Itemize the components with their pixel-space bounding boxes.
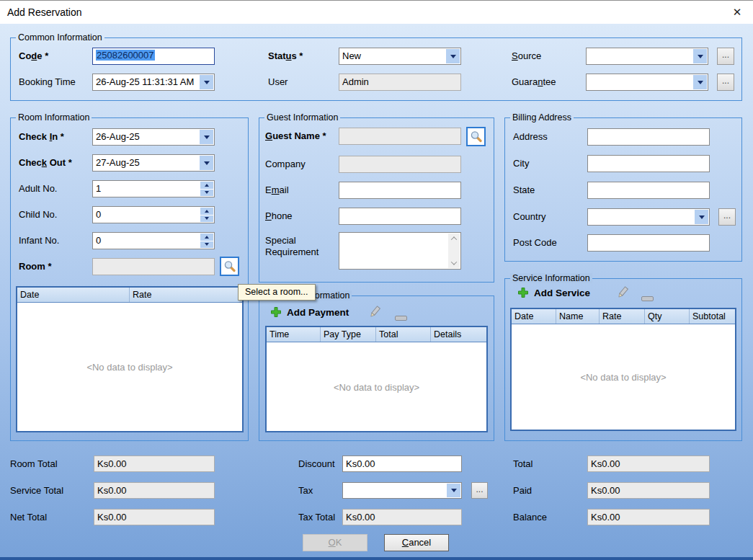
service-grid-body: <No data to display>	[512, 324, 735, 430]
billing-address-legend: Billing Address	[510, 112, 574, 123]
pencil-icon	[366, 306, 383, 319]
column-header-details[interactable]: Details	[431, 327, 486, 342]
select-a-room-tooltip: Select a room...	[238, 284, 316, 301]
infant-spin-down-button[interactable]	[200, 241, 213, 249]
column-header-total[interactable]: Total	[376, 327, 431, 342]
cancel-button[interactable]: Cancel	[384, 534, 449, 551]
infant-spin-up-button[interactable]	[200, 234, 213, 241]
status-value: New	[339, 48, 445, 64]
search-icon	[470, 130, 482, 143]
source-select[interactable]	[586, 48, 708, 65]
adult-no-stepper[interactable]: 1	[92, 180, 215, 197]
chevron-up-icon[interactable]	[451, 236, 457, 242]
column-header-date[interactable]: Date	[512, 309, 556, 324]
city-field[interactable]	[587, 155, 710, 172]
check-in-picker[interactable]: 26-Aug-25	[92, 128, 215, 146]
tax-browse-button[interactable]: ...	[471, 482, 488, 499]
column-header-date[interactable]: Date	[17, 288, 130, 302]
check-in-value: 26-Aug-25	[93, 129, 199, 145]
country-dropdown-button[interactable]	[695, 210, 708, 224]
total-field: Ks0.00	[587, 455, 710, 472]
column-header-qty[interactable]: Qty	[645, 309, 690, 324]
no-data-text: <No data to display>	[512, 372, 735, 383]
chevron-down-icon	[450, 55, 456, 58]
status-select[interactable]: New	[339, 48, 461, 65]
column-header-rate[interactable]: Rate	[130, 288, 242, 302]
booking-time-picker[interactable]: 26-Aug-25 11:31:31 AM	[92, 74, 215, 91]
remove-service-button[interactable]	[641, 291, 654, 304]
edit-service-button[interactable]	[614, 286, 631, 303]
chevron-down-icon	[204, 135, 210, 139]
booking-time-dropdown-button[interactable]	[200, 75, 213, 89]
no-data-text: <No data to display>	[267, 381, 486, 392]
country-value	[588, 209, 694, 225]
guest-search-button[interactable]	[466, 127, 486, 146]
adult-spin-down-button[interactable]	[200, 190, 213, 197]
column-header-pay-type[interactable]: Pay Type	[321, 327, 376, 342]
email-field[interactable]	[339, 182, 461, 199]
code-input[interactable]: 25082600007	[92, 48, 215, 65]
status-label: Status *	[268, 48, 303, 65]
tax-select[interactable]	[342, 482, 462, 499]
chevron-up-icon	[205, 210, 209, 213]
post-code-label: Post Code	[513, 234, 557, 252]
source-dropdown-button[interactable]	[693, 49, 707, 63]
paid-field: Ks0.00	[587, 482, 710, 499]
room-rate-grid[interactable]: Date Rate <No data to display>	[16, 286, 244, 432]
column-header-rate[interactable]: Rate	[600, 309, 645, 324]
column-header-time[interactable]: Time	[267, 327, 321, 342]
payment-grid[interactable]: Time Pay Type Total Details <No data to …	[265, 326, 488, 432]
no-data-text: <No data to display>	[17, 362, 242, 373]
minus-icon	[641, 296, 654, 301]
chevron-down-icon	[698, 55, 703, 58]
user-label: User	[268, 74, 288, 91]
chevron-down-icon	[205, 217, 209, 220]
adult-spin-up-button[interactable]	[200, 182, 213, 189]
phone-field[interactable]	[339, 208, 461, 225]
check-out-picker[interactable]: 27-Aug-25	[92, 154, 215, 172]
room-search-button[interactable]	[220, 257, 239, 276]
booking-time-label: Booking Time	[19, 74, 76, 91]
booking-time-value: 26-Aug-25 11:31:31 AM	[93, 74, 199, 90]
tax-dropdown-button[interactable]	[447, 484, 460, 497]
source-browse-button[interactable]: ...	[717, 48, 734, 65]
add-payment-button[interactable]: Add Payment	[270, 305, 349, 319]
guarantee-browse-button[interactable]: ...	[717, 74, 734, 91]
textarea-scrollbar[interactable]	[448, 234, 460, 268]
child-spin-down-button[interactable]	[200, 215, 213, 223]
add-service-button[interactable]: Add Service	[517, 285, 590, 300]
column-header-name[interactable]: Name	[556, 309, 600, 324]
ok-button[interactable]: OK	[303, 534, 367, 551]
check-in-dropdown-button[interactable]	[200, 130, 213, 144]
child-no-stepper[interactable]: 0	[92, 206, 215, 223]
check-out-dropdown-button[interactable]	[200, 156, 213, 170]
remove-payment-button[interactable]	[395, 311, 407, 324]
chevron-down-icon[interactable]	[451, 259, 457, 265]
infant-no-stepper[interactable]: 0	[92, 232, 215, 249]
company-label: Company	[265, 156, 306, 173]
discount-field[interactable]: Ks0.00	[342, 455, 462, 472]
child-no-value: 0	[96, 209, 101, 220]
discount-label: Discount	[298, 455, 335, 473]
address-label: Address	[513, 128, 548, 146]
guarantee-select[interactable]	[586, 74, 708, 91]
service-grid[interactable]: Date Name Rate Qty Subtotal <No data to …	[510, 308, 736, 431]
state-field[interactable]	[587, 182, 710, 199]
address-field[interactable]	[587, 128, 710, 146]
status-dropdown-button[interactable]	[446, 49, 460, 63]
post-code-field[interactable]	[587, 234, 710, 252]
common-information-legend: Common Information	[16, 32, 104, 43]
infant-no-label: Infant No.	[19, 232, 59, 249]
edit-payment-button[interactable]	[366, 306, 383, 322]
column-header-subtotal[interactable]: Subtotal	[690, 309, 735, 324]
close-button[interactable]: ✕	[721, 1, 753, 25]
chevron-down-icon	[204, 161, 210, 165]
country-browse-button[interactable]: ...	[718, 208, 736, 226]
title-bar: Add Reservation ✕	[0, 0, 753, 24]
child-spin-up-button[interactable]	[200, 208, 213, 215]
guarantee-dropdown-button[interactable]	[693, 75, 707, 89]
special-requirement-textarea[interactable]	[339, 232, 461, 270]
country-select[interactable]	[587, 208, 710, 226]
company-field	[339, 156, 461, 173]
chevron-down-icon	[205, 243, 209, 246]
